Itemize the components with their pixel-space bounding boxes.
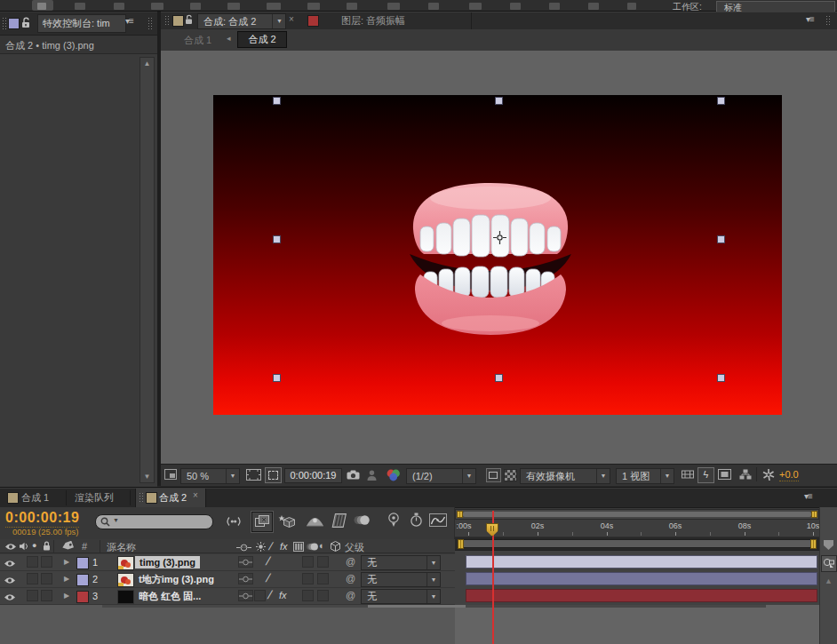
selection-handle[interactable] bbox=[717, 235, 725, 243]
flow-arrow-icon[interactable]: ◂ bbox=[227, 34, 231, 43]
exposure-value[interactable]: +0.0 bbox=[779, 469, 799, 481]
comp-marker-icon[interactable] bbox=[823, 539, 834, 553]
column-divider[interactable] bbox=[53, 540, 54, 553]
parent-dropdown[interactable]: 无 ▼ bbox=[361, 572, 441, 587]
brainstorm-icon[interactable] bbox=[387, 513, 401, 529]
show-snapshot-icon[interactable] bbox=[367, 470, 377, 482]
tool-fragment[interactable] bbox=[428, 3, 439, 10]
solo-cell[interactable] bbox=[41, 556, 52, 568]
motion-blur-column-icon[interactable] bbox=[307, 542, 318, 553]
layer-row-2[interactable]: ▶ 2 t地方img (3).png / @ 无 ▼ bbox=[0, 571, 455, 588]
auto-keyframe-icon[interactable] bbox=[410, 513, 423, 529]
panel-menu-icon[interactable]: ▾≡ bbox=[806, 14, 814, 24]
tab-comp1[interactable]: 合成 1 bbox=[21, 491, 49, 505]
close-icon[interactable]: × bbox=[193, 490, 198, 500]
time-ruler[interactable]: :00s 02s 04s 06s 08s 10s bbox=[455, 520, 819, 537]
lock-column-icon[interactable] bbox=[43, 541, 51, 553]
switch-cell[interactable] bbox=[254, 590, 266, 601]
quality-column-icon[interactable]: / bbox=[267, 540, 275, 553]
viewer-viewport[interactable] bbox=[161, 51, 837, 464]
work-area-bar[interactable] bbox=[455, 537, 819, 551]
audio-cell[interactable] bbox=[27, 556, 38, 568]
track-bar-3[interactable] bbox=[466, 589, 817, 602]
tool-fragment[interactable] bbox=[510, 3, 521, 10]
parent-dropdown[interactable]: 无 ▼ bbox=[361, 589, 441, 604]
solo-cell[interactable] bbox=[41, 573, 52, 584]
exposure-reset-icon[interactable] bbox=[761, 468, 776, 483]
track-bar-1[interactable] bbox=[466, 555, 817, 568]
eye-icon[interactable] bbox=[4, 559, 16, 569]
time-navigator[interactable] bbox=[455, 509, 819, 520]
scroll-down-icon[interactable]: ▼ bbox=[140, 473, 154, 481]
source-name-column-header[interactable]: 源名称 bbox=[107, 541, 136, 554]
audio-column-icon[interactable] bbox=[19, 542, 29, 553]
quality-switch[interactable]: / bbox=[265, 554, 272, 568]
fast-preview-icon[interactable]: ϟ bbox=[698, 467, 714, 483]
tab-render-queue[interactable]: 渲染队列 bbox=[75, 491, 114, 505]
snapshot-icon[interactable] bbox=[347, 470, 360, 481]
tool-fragment[interactable] bbox=[151, 3, 163, 10]
flow-prev-comp[interactable]: 合成 1 bbox=[184, 34, 211, 47]
shy-column-icon[interactable] bbox=[236, 543, 251, 553]
parent-pickwhip-icon[interactable]: @ bbox=[346, 573, 355, 584]
parent-pickwhip-icon[interactable]: @ bbox=[346, 556, 355, 567]
parent-column-header[interactable]: 父级 bbox=[345, 541, 364, 554]
panel-menu-icon[interactable]: ▾≡ bbox=[804, 491, 812, 501]
mini-flowchart-icon[interactable] bbox=[739, 469, 752, 481]
lock-icon[interactable] bbox=[21, 17, 30, 30]
effects-column-header[interactable]: fx bbox=[280, 541, 288, 552]
shy-switch[interactable] bbox=[238, 573, 253, 584]
tool-fragment[interactable] bbox=[267, 3, 281, 10]
mini-flowchart-icon[interactable] bbox=[225, 516, 243, 529]
motion-blur-icon[interactable] bbox=[354, 513, 371, 529]
switch-cell[interactable] bbox=[317, 556, 329, 568]
work-area-start-handle[interactable] bbox=[458, 539, 464, 549]
switch-cell[interactable] bbox=[317, 590, 329, 601]
always-preview-icon[interactable] bbox=[164, 469, 177, 481]
switch-cell[interactable] bbox=[302, 590, 314, 601]
tab-comp2[interactable]: 合成 2 × bbox=[135, 489, 206, 507]
tool-fragment[interactable] bbox=[37, 3, 46, 10]
transparency-grid-icon[interactable] bbox=[504, 469, 517, 481]
tool-fragment[interactable] bbox=[190, 3, 201, 10]
switch-cell[interactable] bbox=[302, 556, 314, 568]
quality-switch[interactable]: / bbox=[265, 571, 272, 584]
tab-composition[interactable]: 合成: 合成 2 ▼ bbox=[197, 13, 286, 29]
search-input[interactable]: ▼ bbox=[95, 514, 213, 529]
label-chip[interactable] bbox=[76, 591, 89, 603]
solo-cell[interactable] bbox=[41, 590, 52, 601]
resolution-dropdown[interactable]: (1/2) ▼ bbox=[406, 468, 476, 484]
preview-timecode[interactable]: 0:00:00:19 bbox=[284, 468, 342, 483]
navigator-end-handle[interactable] bbox=[811, 511, 817, 518]
shy-layers-icon[interactable] bbox=[307, 515, 323, 529]
horizontal-scrollbar[interactable] bbox=[102, 605, 766, 608]
search-options-icon[interactable]: ▼ bbox=[113, 517, 119, 523]
switch-cell[interactable] bbox=[302, 573, 314, 584]
anchor-point-icon[interactable] bbox=[493, 231, 506, 244]
view-layout-dropdown[interactable]: 1 视图 ▼ bbox=[616, 468, 674, 484]
expand-arrow-icon[interactable]: ▶ bbox=[64, 575, 69, 583]
panel-grip[interactable] bbox=[825, 15, 830, 27]
safe-zones-icon[interactable] bbox=[246, 469, 261, 482]
column-divider[interactable] bbox=[100, 540, 100, 553]
layer-row-1[interactable]: ▶ 1 timg (3).png / @ 无 ▼ bbox=[0, 554, 455, 571]
comp-button-icon[interactable] bbox=[821, 555, 837, 572]
magnification-dropdown[interactable]: 50 % ▼ bbox=[180, 468, 240, 484]
adjustment-layer-column-icon[interactable]: ◐ bbox=[319, 540, 325, 551]
tool-fragment[interactable] bbox=[588, 3, 599, 10]
channels-icon[interactable] bbox=[386, 469, 401, 483]
effects-switch[interactable]: fx bbox=[279, 590, 287, 600]
eye-icon[interactable] bbox=[4, 592, 16, 603]
selection-handle[interactable] bbox=[717, 97, 725, 105]
tool-fragment[interactable] bbox=[549, 3, 560, 10]
selection-handle[interactable] bbox=[273, 97, 281, 105]
work-area-end-handle[interactable] bbox=[810, 539, 817, 549]
tool-fragment[interactable] bbox=[307, 3, 320, 10]
horizontal-scrollbar-thumb[interactable] bbox=[368, 605, 466, 608]
expand-arrow-icon[interactable]: ▶ bbox=[64, 592, 69, 600]
scroll-up-icon[interactable]: ▲ bbox=[820, 576, 837, 585]
solo-column-icon[interactable]: ● bbox=[32, 541, 36, 550]
panel-menu-icon[interactable]: ▾≡ bbox=[125, 16, 133, 26]
selection-handle[interactable] bbox=[273, 235, 281, 243]
frame-blend-icon[interactable] bbox=[331, 513, 347, 529]
